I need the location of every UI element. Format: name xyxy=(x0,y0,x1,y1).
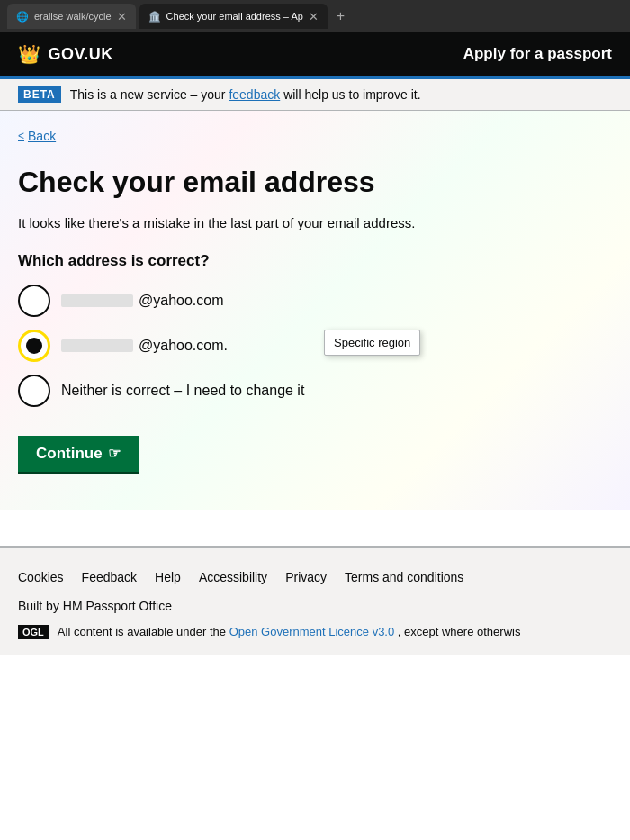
intro-text: It looks like there's a mistake in the l… xyxy=(18,213,612,234)
feedback-link[interactable]: feedback xyxy=(229,87,280,102)
radio-option-3[interactable]: Neither is correct – I need to change it xyxy=(18,375,612,407)
footer-link-accessibility[interactable]: Accessibility xyxy=(199,570,267,584)
ogl-text-after: , except where otherwis xyxy=(398,625,521,638)
radio-suffix-2: @yahoo.com. xyxy=(139,338,228,354)
continue-button[interactable]: Continue ☞ xyxy=(18,436,139,474)
footer-link-help[interactable]: Help xyxy=(155,570,181,584)
gov-logo-text: GOV.UK xyxy=(49,45,113,64)
radio-button-3[interactable] xyxy=(18,375,50,407)
radio-label-1: @yahoo.com xyxy=(61,293,224,309)
ogl-text-before: All content is available under the xyxy=(58,625,226,638)
tab-1[interactable]: 🌐 eralise walk/cycle ✕ xyxy=(7,4,136,29)
footer-link-feedback[interactable]: Feedback xyxy=(82,570,137,584)
radio-button-2[interactable] xyxy=(18,330,50,362)
tab-2[interactable]: 🏛️ Check your email address – Ap ✕ xyxy=(140,4,328,29)
footer-nav: Cookies Feedback Help Accessibility Priv… xyxy=(18,570,612,584)
new-tab-button[interactable]: + xyxy=(331,6,350,26)
content-inner: < Back Check your email address It looks… xyxy=(18,129,612,474)
gov-logo: 👑 GOV.UK xyxy=(18,43,113,65)
ogl-licence-link[interactable]: Open Government Licence v3.0 xyxy=(230,625,395,638)
beta-text-after: will help us to improve it. xyxy=(284,87,421,102)
question-label: Which address is correct? xyxy=(18,252,612,270)
main-content: < Back Check your email address It looks… xyxy=(0,111,630,510)
tab-2-close[interactable]: ✕ xyxy=(309,10,319,23)
tab-2-icon: 🏛️ xyxy=(148,11,161,23)
back-link-label: Back xyxy=(28,129,56,143)
tab-1-label: eralise walk/cycle xyxy=(34,11,112,22)
tab-1-close[interactable]: ✕ xyxy=(117,10,127,23)
beta-text-before: This is a new service – your xyxy=(70,87,226,102)
ogl-badge: OGL xyxy=(18,625,49,639)
ogl-text: All content is available under the Open … xyxy=(58,624,521,640)
footer-link-privacy[interactable]: Privacy xyxy=(285,570,327,584)
beta-text: This is a new service – your feedback wi… xyxy=(70,87,421,102)
site-header: 👑 GOV.UK Apply for a passport xyxy=(0,32,630,76)
radio-button-1[interactable] xyxy=(18,285,50,317)
radio-label-3: Neither is correct – I need to change it xyxy=(61,383,304,399)
tab-2-label: Check your email address – Ap xyxy=(166,11,303,22)
back-link[interactable]: < Back xyxy=(18,129,612,143)
footer-link-cookies[interactable]: Cookies xyxy=(18,570,64,584)
site-footer: Cookies Feedback Help Accessibility Priv… xyxy=(0,548,630,655)
radio-label-2: @yahoo.com. xyxy=(61,338,228,354)
radio-option-1[interactable]: @yahoo.com xyxy=(18,285,612,317)
footer-link-terms[interactable]: Terms and conditions xyxy=(345,570,464,584)
service-title: Apply for a passport xyxy=(464,45,612,63)
continue-button-label: Continue xyxy=(36,445,103,463)
beta-badge: BETA xyxy=(18,86,61,103)
browser-chrome: 🌐 eralise walk/cycle ✕ 🏛️ Check your ema… xyxy=(0,0,630,32)
email-redacted-2 xyxy=(61,339,133,352)
tab-1-icon: 🌐 xyxy=(16,11,29,23)
radio-inner-2 xyxy=(26,338,42,354)
radio-suffix-1: @yahoo.com xyxy=(139,293,224,309)
radio-option-2[interactable]: @yahoo.com. xyxy=(18,330,612,362)
beta-banner: BETA This is a new service – your feedba… xyxy=(0,79,630,111)
crown-icon: 👑 xyxy=(18,43,41,65)
cursor-icon: ☞ xyxy=(108,445,121,462)
radio-group: @yahoo.com @yahoo.com. xyxy=(18,285,612,407)
page-wrapper: 👑 GOV.UK Apply for a passport BETA This … xyxy=(0,32,630,840)
ogl-row: OGL All content is available under the O… xyxy=(18,624,612,640)
built-by-text: Built by HM Passport Office xyxy=(18,599,612,613)
page-title: Check your email address xyxy=(18,165,612,199)
email-redacted-1 xyxy=(61,294,133,307)
back-chevron-icon: < xyxy=(18,130,24,142)
